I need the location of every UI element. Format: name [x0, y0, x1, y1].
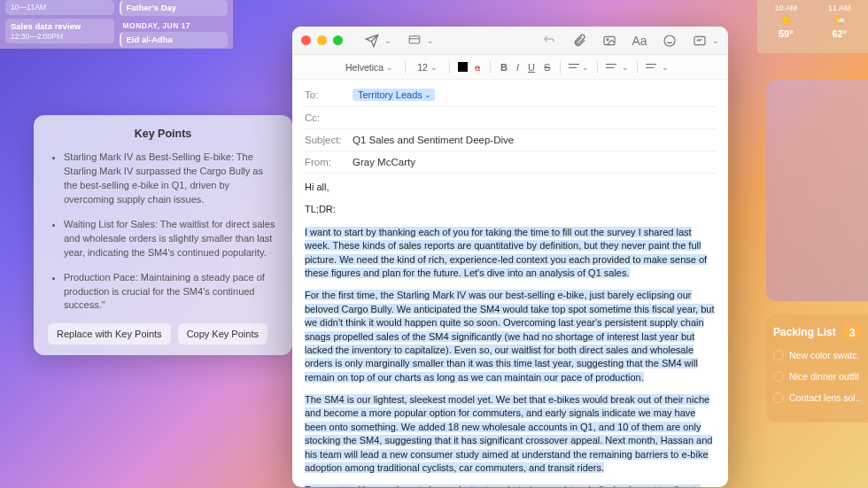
- body-paragraph: I want to start by thanking each of you …: [305, 227, 707, 278]
- calendar-event-title: Eid al-Adha: [127, 35, 223, 45]
- body-paragraph: The SM4 is our lightest, sleekest model …: [305, 394, 712, 473]
- list-icon[interactable]: [606, 63, 616, 72]
- weather-hour: 10 AM ☀️ 59°: [774, 4, 797, 50]
- reminder-label: Contact lens sol…: [789, 392, 861, 403]
- keypoints-popover: Key Points Starling Mark IV as Best-Sell…: [34, 115, 292, 355]
- header-layout-icon[interactable]: [407, 34, 422, 48]
- close-window-button[interactable]: [301, 35, 311, 45]
- underline-button[interactable]: U: [526, 62, 537, 73]
- reminder-item[interactable]: New color swatc…: [773, 350, 861, 360]
- separator: [560, 61, 561, 74]
- calendar-date-header: MONDAY, JUN 17: [120, 19, 229, 32]
- recipient-chip[interactable]: Territory Leads: [353, 89, 435, 101]
- separator: [637, 61, 638, 74]
- copy-keypoints-button[interactable]: Copy Key Points: [178, 323, 267, 345]
- weather-hour: 11 AM 🌤️ 62°: [828, 4, 851, 50]
- cc-label: Cc:: [305, 112, 353, 123]
- size-select[interactable]: 12: [414, 61, 441, 74]
- reminder-label: Nice dinner outfit: [789, 371, 859, 382]
- reminders-count: 3: [843, 323, 861, 341]
- body-paragraph: Temperate cities continue to be our hott…: [305, 484, 714, 487]
- separator: [490, 61, 491, 74]
- markup-icon[interactable]: [693, 34, 707, 48]
- mail-headers: To: Territory Leads Cc: Subject: Q1 Sale…: [292, 80, 728, 174]
- indent-icon[interactable]: [646, 63, 656, 72]
- partly-cloudy-icon: 🌤️: [828, 14, 851, 27]
- format-icon[interactable]: Aa: [632, 34, 647, 48]
- calendar-col-next: Father's Day MONDAY, JUN 17 Eid al-Adha: [120, 0, 229, 43]
- chevron-down-icon[interactable]: ⌄: [582, 63, 589, 72]
- from-row[interactable]: From: Gray McCarty: [305, 151, 716, 174]
- checkbox-icon[interactable]: [773, 350, 784, 360]
- weather-temp: 62°: [828, 28, 851, 39]
- svg-rect-0: [409, 35, 420, 43]
- keypoint-item: Waiting List for Sales: The waitlist for…: [64, 218, 278, 260]
- titlebar: ⌄ ⌄ Aa ⌄: [292, 27, 728, 55]
- reminder-item[interactable]: Contact lens sol…: [773, 392, 861, 403]
- window-controls: [301, 35, 343, 45]
- photo-icon[interactable]: [602, 34, 616, 48]
- calendar-event-title: Father's Day: [127, 3, 223, 13]
- toolbar-right: Aa ⌄: [542, 34, 719, 48]
- reminder-item[interactable]: Nice dinner outfit: [773, 371, 861, 382]
- send-icon[interactable]: [365, 34, 379, 48]
- calendar-col-today: 10—11AM Sales data review 12:30—2:00PM: [5, 0, 114, 43]
- keypoints-actions: Replace with Key Points Copy Key Points: [48, 323, 278, 345]
- attach-icon[interactable]: [572, 34, 586, 48]
- chevron-down-icon[interactable]: ⌄: [384, 36, 391, 45]
- align-left-icon[interactable]: [569, 63, 579, 72]
- svg-point-3: [607, 38, 608, 40]
- photo-widget: [766, 80, 868, 301]
- mail-compose-window: ⌄ ⌄ Aa ⌄ Helv: [292, 27, 728, 487]
- keypoint-item: Starling Mark IV as Best-Selling E-bike:…: [64, 151, 278, 207]
- minimize-window-button[interactable]: [317, 35, 327, 45]
- cc-row[interactable]: Cc:: [305, 107, 716, 129]
- separator: [597, 61, 598, 74]
- weather-time: 10 AM: [774, 4, 797, 12]
- reminders-title: Packing List: [773, 326, 836, 338]
- calendar-event[interactable]: 10—11AM: [5, 0, 114, 15]
- chevron-down-icon[interactable]: ⌄: [712, 36, 719, 45]
- italic-button[interactable]: I: [515, 62, 521, 73]
- checkbox-icon[interactable]: [773, 371, 784, 382]
- font-select[interactable]: Helvetica: [342, 61, 397, 74]
- svg-rect-2: [604, 36, 615, 44]
- chevron-down-icon[interactable]: ⌄: [662, 63, 669, 72]
- replace-with-keypoints-button[interactable]: Replace with Key Points: [48, 323, 171, 345]
- undo-icon[interactable]: [542, 34, 556, 48]
- weather-temp: 59°: [774, 28, 797, 39]
- calendar-event[interactable]: Father's Day: [120, 0, 229, 16]
- body-greeting: Hi all,: [305, 181, 716, 194]
- calendar-event[interactable]: Sales data review 12:30—2:00PM: [5, 19, 114, 44]
- calendar-event[interactable]: Eid al-Adha: [120, 32, 229, 48]
- text-color-swatch[interactable]: [458, 62, 468, 72]
- to-value[interactable]: Territory Leads: [353, 89, 716, 101]
- chevron-down-icon[interactable]: ⌄: [622, 63, 629, 72]
- sun-icon: ☀️: [774, 14, 797, 27]
- keypoints-title: Key Points: [48, 128, 278, 140]
- zoom-window-button[interactable]: [333, 35, 343, 45]
- reminders-widget: Packing List 3 New color swatc… Nice din…: [766, 314, 868, 422]
- text-color-picker-icon[interactable]: a: [473, 62, 482, 73]
- subject-row[interactable]: Subject: Q1 Sales and Sentiment Deep-Div…: [305, 129, 716, 151]
- from-label: From:: [305, 157, 353, 167]
- emoji-icon[interactable]: [663, 34, 677, 48]
- calendar-widget: 10—11AM Sales data review 12:30—2:00PM F…: [0, 0, 233, 49]
- weather-widget: 10 AM ☀️ 59° 11 AM 🌤️ 62°: [757, 0, 868, 53]
- mail-body[interactable]: Hi all, TL;DR: I want to start by thanki…: [292, 174, 728, 487]
- reminder-label: New color swatc…: [789, 350, 861, 360]
- checkbox-icon[interactable]: [773, 392, 784, 403]
- chevron-down-icon[interactable]: ⌄: [427, 36, 434, 45]
- separator: [449, 61, 450, 74]
- subject-value[interactable]: Q1 Sales and Sentiment Deep-Dive: [353, 135, 716, 145]
- align-group: ⌄: [569, 63, 589, 72]
- to-row[interactable]: To: Territory Leads: [305, 83, 716, 107]
- keypoint-item: Production Pace: Maintaining a steady pa…: [64, 271, 278, 314]
- format-bar: Helvetica 12 a B I U S ⌄ ⌄ ⌄: [292, 55, 728, 80]
- strikethrough-button[interactable]: S: [542, 62, 552, 73]
- calendar-event-time: 10—11AM: [11, 3, 109, 12]
- bold-button[interactable]: B: [499, 62, 509, 73]
- from-value[interactable]: Gray McCarty: [353, 157, 716, 167]
- separator: [405, 61, 406, 74]
- weather-time: 11 AM: [828, 4, 851, 12]
